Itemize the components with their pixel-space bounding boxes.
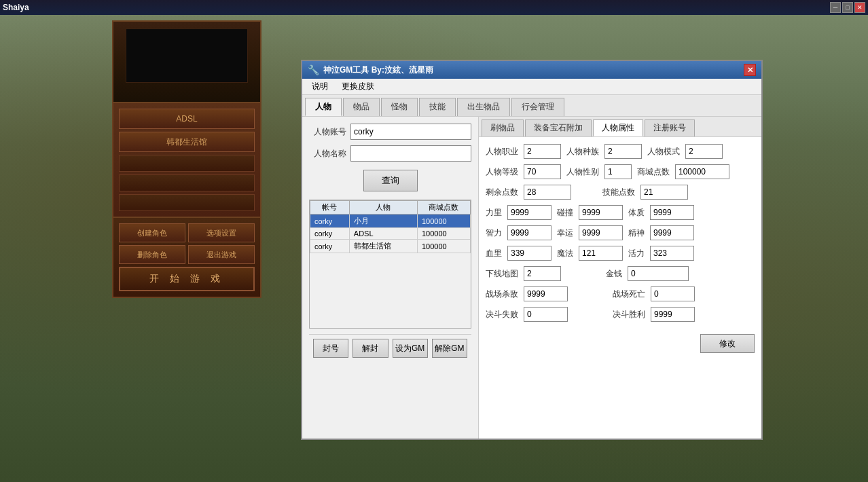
vit-input[interactable] bbox=[650, 246, 694, 261]
ban-button[interactable]: 封号 bbox=[313, 339, 348, 358]
race-input[interactable] bbox=[604, 144, 642, 159]
spare-input[interactable] bbox=[524, 185, 571, 200]
gold-label: 金钱 bbox=[606, 268, 622, 280]
cell-account: corky bbox=[310, 215, 350, 228]
sidebar-header bbox=[112, 20, 261, 102]
tab-drops[interactable]: 出生物品 bbox=[457, 98, 510, 116]
job-label: 人物职业 bbox=[486, 146, 518, 157]
luck-input[interactable] bbox=[579, 225, 623, 240]
name-label: 人物名称 bbox=[309, 148, 346, 160]
menu-explain[interactable]: 说明 bbox=[305, 79, 335, 94]
tab-guild[interactable]: 行会管理 bbox=[511, 98, 564, 116]
gm-icon: 🔧 bbox=[308, 64, 319, 75]
sidebar-display bbox=[126, 29, 248, 83]
subtab-attributes[interactable]: 人物属性 bbox=[593, 119, 643, 136]
spare-label: 剩余点数 bbox=[486, 187, 518, 198]
sidebar-bottom: 创建角色 选项设置 删除角色 退出游戏 开 始 游 戏 bbox=[112, 218, 261, 298]
int-input[interactable] bbox=[507, 225, 551, 240]
battle-kills-input[interactable] bbox=[524, 286, 568, 301]
minimize-button[interactable]: ─ bbox=[830, 2, 841, 13]
sidebar-item-adsl[interactable]: ADSL bbox=[119, 109, 255, 129]
mode-label: 人物模式 bbox=[647, 146, 680, 157]
duel-wins-label: 决斗胜利 bbox=[613, 309, 645, 320]
create-char-button[interactable]: 创建角色 bbox=[119, 223, 185, 242]
gm-content: 人物账号 人物名称 查询 帐号 人物 商城点数 bbox=[302, 117, 761, 439]
delete-char-button[interactable]: 删除角色 bbox=[119, 245, 185, 264]
sidebar-item-hanlife[interactable]: 韩都生活馆 bbox=[119, 132, 255, 152]
taskbar-title: Shaiya bbox=[3, 3, 29, 12]
city-points-input[interactable] bbox=[675, 164, 729, 179]
set-gm-button[interactable]: 设为GM bbox=[393, 339, 428, 358]
taskbar: Shaiya ─ □ ✕ bbox=[0, 0, 868, 15]
menu-skin[interactable]: 更换皮肤 bbox=[335, 79, 381, 94]
cell-character: 小月 bbox=[349, 215, 417, 228]
duel-wins-input[interactable] bbox=[651, 307, 695, 322]
table-header: 帐号 人物 商城点数 bbox=[310, 201, 471, 215]
quit-game-button[interactable]: 退出游戏 bbox=[188, 245, 255, 264]
gm-left-panel: 人物账号 人物名称 查询 帐号 人物 商城点数 bbox=[302, 117, 479, 439]
unban-button[interactable]: 解封 bbox=[352, 339, 388, 358]
level-label: 人物等级 bbox=[486, 166, 518, 178]
modify-button[interactable]: 修改 bbox=[700, 334, 755, 353]
spr-input[interactable] bbox=[650, 225, 694, 240]
hp-label: 血里 bbox=[486, 248, 502, 259]
hp-input[interactable] bbox=[507, 246, 551, 261]
job-input[interactable] bbox=[524, 144, 561, 159]
subtab-register[interactable]: 注册账号 bbox=[645, 119, 695, 136]
skill-input[interactable] bbox=[640, 185, 688, 200]
cell-account: corky bbox=[310, 228, 350, 240]
tab-items[interactable]: 物品 bbox=[343, 98, 380, 116]
start-game-button[interactable]: 开 始 游 戏 bbox=[119, 267, 255, 291]
query-button[interactable]: 查询 bbox=[363, 170, 418, 191]
str-input[interactable] bbox=[507, 205, 551, 220]
subtab-equipment[interactable]: 刷物品 bbox=[482, 119, 524, 136]
restore-button[interactable]: □ bbox=[842, 2, 853, 13]
table-body: corky 小月 100000 corky ADSL 100000 corky … bbox=[310, 215, 471, 253]
table-row[interactable]: corky 小月 100000 bbox=[310, 215, 471, 228]
hit-input[interactable] bbox=[579, 205, 623, 220]
battle-deaths-input[interactable] bbox=[651, 286, 695, 301]
account-input[interactable] bbox=[350, 124, 471, 140]
gender-input[interactable] bbox=[604, 164, 632, 179]
cell-points: 100000 bbox=[417, 228, 470, 240]
attributes-panel: 人物职业 人物种族 人物模式 人物等级 人物性别 商城点数 bbox=[479, 137, 761, 439]
level-input[interactable] bbox=[524, 164, 561, 179]
settings-button[interactable]: 选项设置 bbox=[188, 223, 255, 242]
tab-monsters[interactable]: 怪物 bbox=[381, 98, 418, 116]
tab-character[interactable]: 人物 bbox=[305, 98, 342, 116]
mp-input[interactable] bbox=[579, 246, 623, 261]
duel-losses-input[interactable] bbox=[524, 307, 568, 322]
cell-account: corky bbox=[310, 240, 350, 253]
sidebar-body: ADSL 韩都生活馆 bbox=[112, 102, 261, 218]
mode-input[interactable] bbox=[685, 144, 723, 159]
con-label: 体质 bbox=[628, 207, 645, 219]
name-input[interactable] bbox=[350, 145, 471, 162]
int-label: 智力 bbox=[486, 227, 502, 239]
taskbar-controls: ─ □ ✕ bbox=[830, 2, 865, 13]
col-points: 商城点数 bbox=[417, 201, 470, 215]
sidebar: ADSL 韩都生活馆 创建角色 选项设置 删除角色 退出游戏 开 始 游 戏 bbox=[112, 20, 261, 468]
table-row[interactable]: corky ADSL 100000 bbox=[310, 228, 471, 240]
gm-main-tabs: 人物 物品 怪物 技能 出生物品 行会管理 bbox=[302, 95, 761, 117]
account-row: 人物账号 bbox=[309, 124, 471, 140]
offline-map-input[interactable] bbox=[524, 266, 561, 281]
close-button[interactable]: ✕ bbox=[854, 2, 865, 13]
gm-subtabs: 刷物品 装备宝石附加 人物属性 注册账号 bbox=[479, 117, 761, 137]
battle-deaths-label: 战场死亡 bbox=[613, 289, 645, 300]
gm-right-panel: 刷物品 装备宝石附加 人物属性 注册账号 人物职业 人物种族 人物模式 bbox=[479, 117, 761, 439]
remove-gm-button[interactable]: 解除GM bbox=[432, 339, 467, 358]
skill-label: 技能点数 bbox=[602, 187, 635, 198]
tab-skills[interactable]: 技能 bbox=[419, 98, 456, 116]
race-label: 人物种族 bbox=[566, 146, 599, 157]
sidebar-slot-1 bbox=[119, 155, 255, 172]
sidebar-slot-3 bbox=[119, 194, 255, 211]
table-row[interactable]: corky 韩都生活馆 100000 bbox=[310, 240, 471, 253]
gm-close-button[interactable]: ✕ bbox=[744, 64, 756, 76]
subtab-gems[interactable]: 装备宝石附加 bbox=[525, 119, 592, 136]
duel-losses-label: 决斗失败 bbox=[486, 309, 518, 320]
city-points-label: 商城点数 bbox=[637, 166, 670, 178]
col-character: 人物 bbox=[349, 201, 417, 215]
gold-input[interactable] bbox=[628, 266, 689, 281]
con-input[interactable] bbox=[650, 205, 694, 220]
vit-label: 活力 bbox=[628, 248, 645, 259]
